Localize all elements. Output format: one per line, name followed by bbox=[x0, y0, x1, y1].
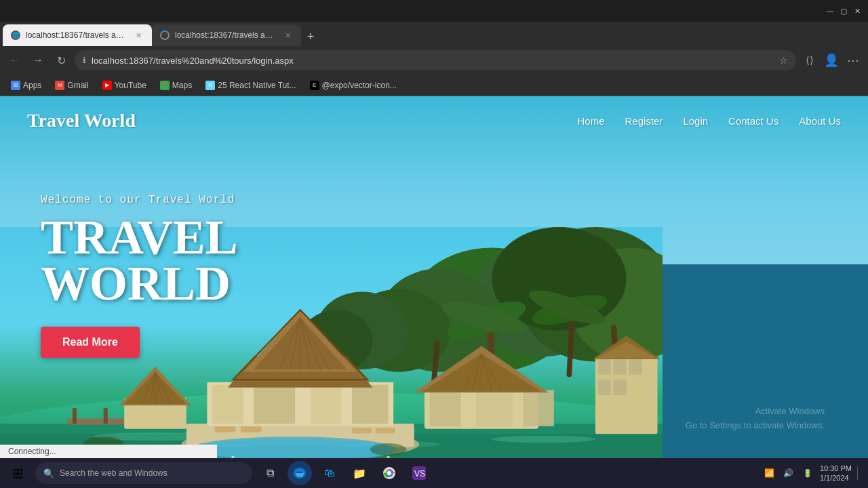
taskbar: ⊞ 🔍 Search the web and Windows ⧉ 🛍 📁 VS … bbox=[0, 458, 868, 488]
more-options-button[interactable]: ⋯ bbox=[844, 51, 863, 70]
minimize-button[interactable]: — bbox=[825, 5, 835, 16]
bookmark-youtube[interactable]: ▶ YouTube bbox=[97, 79, 152, 92]
tabs-bar: 🌐 localhost:18367/travels and tour... ✕ … bbox=[0, 22, 868, 46]
svg-text:VS: VS bbox=[414, 469, 425, 479]
reload-button[interactable]: ↻ bbox=[52, 51, 71, 70]
svg-point-80 bbox=[370, 443, 406, 455]
url-bar[interactable]: ℹ localhost:18367/travels%20and%20tours/… bbox=[75, 50, 796, 70]
hero-content: Welcome to our Travel World TRAVEL WORLD… bbox=[41, 194, 238, 359]
taskbar-store[interactable]: 🛍 bbox=[317, 461, 342, 485]
bookmark-favicon-gmail: M bbox=[55, 81, 64, 90]
nav-login[interactable]: Login bbox=[683, 115, 708, 127]
taskbar-date: 1/1/2024 bbox=[820, 473, 852, 483]
svg-point-66 bbox=[194, 439, 391, 460]
nav-about[interactable]: About Us bbox=[799, 115, 841, 127]
browser-tab-1[interactable]: 🌐 localhost:18367/travels and tour... ✕ bbox=[3, 24, 152, 46]
bookmark-gmail[interactable]: M Gmail bbox=[50, 79, 94, 92]
svg-rect-76 bbox=[614, 380, 627, 395]
bookmark-apps[interactable]: ⊞ Apps bbox=[5, 79, 47, 92]
bookmark-favicon-expo: E bbox=[310, 81, 319, 90]
bookmark-favicon-apps: ⊞ bbox=[11, 81, 20, 90]
bookmark-maps-label: Maps bbox=[172, 81, 192, 90]
taskbar-task-view[interactable]: ⧉ bbox=[258, 461, 282, 485]
taskbar-clock[interactable]: 10:30 PM 1/1/2024 bbox=[820, 464, 852, 483]
taskbar-show-desktop[interactable] bbox=[857, 466, 863, 480]
hero-title-line2: WORLD bbox=[41, 256, 231, 310]
svg-rect-74 bbox=[629, 359, 642, 375]
svg-point-89 bbox=[387, 471, 391, 475]
bookmark-maps[interactable]: 📍 Maps bbox=[155, 79, 197, 92]
taskbar-chrome[interactable] bbox=[377, 461, 401, 485]
address-bar: ← → ↻ ℹ localhost:18367/travels%20and%20… bbox=[0, 46, 868, 75]
navbar: Travel World Home Register Login Contact… bbox=[0, 96, 868, 145]
taskbar-time: 10:30 PM bbox=[820, 464, 852, 473]
nav-home[interactable]: Home bbox=[578, 115, 605, 127]
bookmarks-bar: ⊞ Apps M Gmail ▶ YouTube 📍 Maps R 25 Rea… bbox=[0, 75, 868, 96]
activate-line1: Activate Windows bbox=[686, 405, 825, 419]
bookmark-favicon-react: R bbox=[205, 81, 215, 90]
activate-line2: Go to Settings to activate Windows. bbox=[686, 419, 825, 433]
activate-watermark: Activate Windows Go to Settings to activ… bbox=[686, 405, 825, 433]
bookmark-expo[interactable]: E @expo/vector-icon... bbox=[304, 79, 402, 92]
browser-toolbar-icons: ⟨⟩ 👤 ⋯ bbox=[800, 51, 863, 70]
bookmark-favicon-maps: 📍 bbox=[160, 81, 170, 90]
svg-rect-70 bbox=[375, 428, 395, 433]
svg-point-6 bbox=[492, 436, 595, 443]
svg-rect-75 bbox=[598, 380, 611, 395]
svg-rect-73 bbox=[614, 359, 627, 375]
profile-button[interactable]: 👤 bbox=[822, 51, 841, 70]
taskbar-search-icon: 🔍 bbox=[43, 468, 54, 479]
taskbar-right-area: 📶 🔊 🔋 10:30 PM 1/1/2024 bbox=[763, 464, 863, 483]
taskbar-search-text: Search the web and Windows bbox=[60, 468, 167, 478]
navbar-links: Home Register Login Contact Us About Us bbox=[578, 115, 841, 127]
bookmark-expo-label: @expo/vector-icon... bbox=[322, 81, 397, 90]
svg-rect-26 bbox=[104, 408, 108, 424]
nav-contact[interactable]: Contact Us bbox=[728, 115, 778, 127]
hero-subtitle: Welcome to our Travel World bbox=[41, 194, 238, 206]
connecting-text: Connecting... bbox=[8, 447, 56, 456]
bookmark-react[interactable]: R 25 React Native Tut... bbox=[200, 79, 301, 92]
start-button[interactable]: ⊞ bbox=[5, 461, 30, 485]
website-content: Travel World Home Register Login Contact… bbox=[0, 96, 868, 470]
title-bar: — ▢ ✕ bbox=[0, 0, 868, 22]
taskbar-network-icon[interactable]: 📶 bbox=[763, 466, 776, 480]
url-star-icon[interactable]: ☆ bbox=[779, 55, 788, 66]
taskbar-edge[interactable] bbox=[288, 461, 312, 485]
svg-rect-72 bbox=[598, 359, 611, 375]
taskbar-vs[interactable]: VS bbox=[407, 461, 431, 485]
taskbar-files[interactable]: 📁 bbox=[347, 461, 372, 485]
browser-window: — ▢ ✕ 🌐 localhost:18367/travels and tour… bbox=[0, 0, 868, 470]
read-more-button[interactable]: Read More bbox=[41, 327, 140, 358]
url-secure-icon: ℹ bbox=[83, 56, 86, 65]
svg-rect-32 bbox=[212, 385, 243, 424]
tab-favicon-1: 🌐 bbox=[11, 30, 20, 40]
tab-close-2[interactable]: ✕ bbox=[282, 30, 293, 41]
tab-close-1[interactable]: ✕ bbox=[133, 30, 144, 41]
navbar-brand: Travel World bbox=[27, 110, 136, 131]
browser-tab-2[interactable]: localhost:18367/travels and tour... ✕ bbox=[152, 24, 301, 46]
svg-rect-57 bbox=[523, 390, 554, 426]
nav-register[interactable]: Register bbox=[625, 115, 663, 127]
taskbar-sound-icon[interactable]: 🔊 bbox=[782, 466, 795, 480]
forward-button[interactable]: → bbox=[28, 51, 47, 70]
new-tab-button[interactable]: + bbox=[301, 27, 320, 46]
tab-title-1: localhost:18367/travels and tour... bbox=[26, 30, 127, 40]
svg-rect-25 bbox=[73, 408, 77, 424]
svg-rect-56 bbox=[476, 390, 512, 426]
maximize-button[interactable]: ▢ bbox=[838, 5, 849, 16]
svg-rect-68 bbox=[241, 426, 262, 432]
close-button[interactable]: ✕ bbox=[852, 5, 863, 16]
connecting-status-bar: Connecting... bbox=[0, 445, 217, 458]
extensions-button[interactable]: ⟨⟩ bbox=[800, 51, 819, 70]
bookmark-apps-label: Apps bbox=[23, 81, 41, 90]
url-text: localhost:18367/travels%20and%20tours/lo… bbox=[92, 56, 774, 66]
back-button[interactable]: ← bbox=[5, 51, 24, 70]
svg-rect-67 bbox=[215, 426, 236, 432]
hero-title: TRAVEL WORLD bbox=[41, 214, 238, 307]
bookmark-favicon-youtube: ▶ bbox=[102, 81, 112, 90]
taskbar-battery-icon[interactable]: 🔋 bbox=[801, 466, 814, 480]
bookmark-react-label: 25 React Native Tut... bbox=[218, 81, 296, 90]
taskbar-search[interactable]: 🔍 Search the web and Windows bbox=[35, 462, 252, 484]
svg-rect-34 bbox=[311, 385, 342, 424]
bookmark-gmail-label: Gmail bbox=[67, 81, 88, 90]
